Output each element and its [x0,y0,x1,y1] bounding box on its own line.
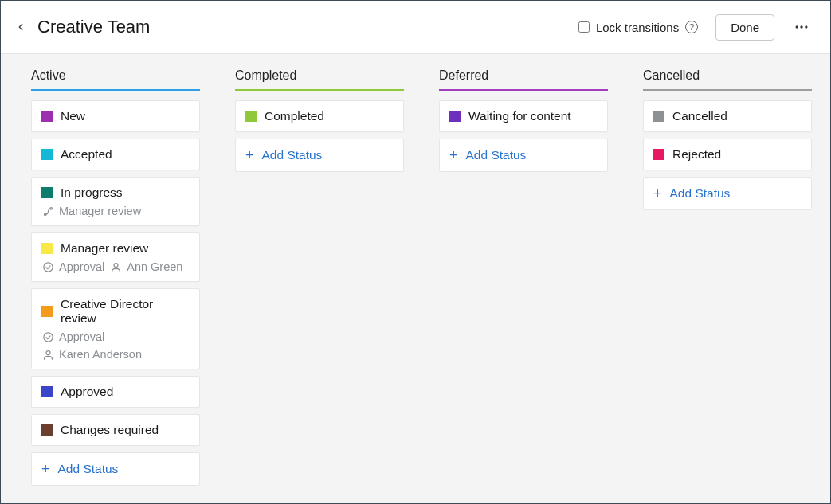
status-card[interactable]: Creative Director reviewApprovalKaren An… [31,288,200,369]
status-meta: ApprovalAnn Green [41,260,190,273]
column-deferred: DeferredWaiting for content+Add Status [439,68,608,172]
status-color-swatch [41,149,53,160]
svg-point-6 [114,263,118,267]
status-color-swatch [41,111,53,122]
status-card[interactable]: Completed [235,100,404,132]
add-status-label: Add Status [58,462,119,476]
back-button[interactable] [12,18,29,36]
add-status-label: Add Status [670,186,731,201]
column-separator [31,89,200,91]
status-color-swatch [41,306,53,317]
column-title: Cancelled [643,68,812,89]
column-cancelled: CancelledCancelledRejected+Add Status [643,68,812,210]
status-label: Approved [61,385,113,399]
status-color-swatch [41,386,53,397]
status-label: Accepted [61,147,112,162]
svg-point-5 [43,262,52,271]
user-icon [41,348,54,361]
board: ActiveNewAcceptedIn progressManager revi… [1,53,830,503]
flow-icon [41,205,54,217]
plus-icon: + [245,148,254,162]
lock-transitions-toggle[interactable]: Lock transitions ? [578,21,698,34]
status-card[interactable]: In progressManager review [31,177,200,226]
header: Creative Team Lock transitions ? Done [1,1,830,53]
svg-point-2 [805,25,807,28]
plus-icon: + [449,148,458,162]
add-status-button[interactable]: +Add Status [643,177,812,210]
status-card[interactable]: Waiting for content [439,100,608,132]
status-color-swatch [41,424,53,436]
add-status-button[interactable]: +Add Status [31,452,200,486]
column-active: ActiveNewAcceptedIn progressManager revi… [31,68,200,486]
status-color-swatch [245,111,257,122]
status-label: Completed [265,109,324,123]
status-label: New [61,109,85,123]
status-card[interactable]: Rejected [643,139,812,170]
lock-transitions-label: Lock transitions [596,21,679,34]
status-color-swatch [653,111,664,122]
status-color-swatch [41,243,53,254]
done-button[interactable]: Done [715,14,774,41]
status-card[interactable]: Cancelled [643,100,812,132]
status-card[interactable]: New [31,100,200,132]
status-card[interactable]: Changes required [31,414,200,446]
page-title: Creative Team [37,17,150,37]
status-meta-text: Karen Anderson [59,348,142,361]
status-meta-text: Manager review [59,205,141,217]
status-label: Changes required [61,423,159,437]
status-label: Cancelled [672,109,727,123]
help-icon[interactable]: ? [685,21,698,33]
status-meta-text: Approval [59,330,104,343]
add-status-label: Add Status [466,148,527,162]
add-status-button[interactable]: +Add Status [439,139,608,172]
status-color-swatch [653,149,664,160]
workflow-editor: Creative Team Lock transitions ? Done Ac… [0,0,831,504]
status-card[interactable]: Accepted [31,139,200,170]
status-label: Waiting for content [468,109,571,123]
svg-point-1 [800,25,802,28]
approval-icon [41,330,54,343]
status-meta: Karen Anderson [41,348,190,361]
column-title: Completed [235,68,404,89]
more-horizontal-icon [794,19,809,35]
status-color-swatch [41,187,53,198]
status-label: Rejected [672,147,721,162]
status-meta: Approval [41,330,190,343]
status-label: Manager review [61,241,148,256]
add-status-label: Add Status [262,148,323,162]
status-label: Creative Director review [61,297,190,326]
lock-transitions-checkbox[interactable] [578,21,590,33]
column-title: Active [31,68,200,89]
approval-icon [41,260,54,273]
column-completed: CompletedCompleted+Add Status [235,68,404,172]
status-meta: Manager review [41,205,190,217]
column-separator [643,89,812,91]
plus-icon: + [653,186,662,201]
status-card[interactable]: Approved [31,376,200,408]
chevron-left-icon [15,21,26,33]
column-separator [439,89,608,91]
user-icon [109,260,122,273]
column-title: Deferred [439,68,608,89]
more-menu-button[interactable] [790,16,813,38]
svg-point-8 [46,350,50,354]
column-separator [235,89,404,91]
status-meta-text: Ann Green [127,260,182,273]
status-meta-text: Approval [59,260,104,273]
svg-point-7 [43,332,52,341]
plus-icon: + [41,462,50,476]
status-card[interactable]: Manager reviewApprovalAnn Green [31,232,200,282]
svg-point-0 [796,25,798,28]
status-label: In progress [61,186,123,200]
status-color-swatch [449,111,461,122]
add-status-button[interactable]: +Add Status [235,139,404,172]
